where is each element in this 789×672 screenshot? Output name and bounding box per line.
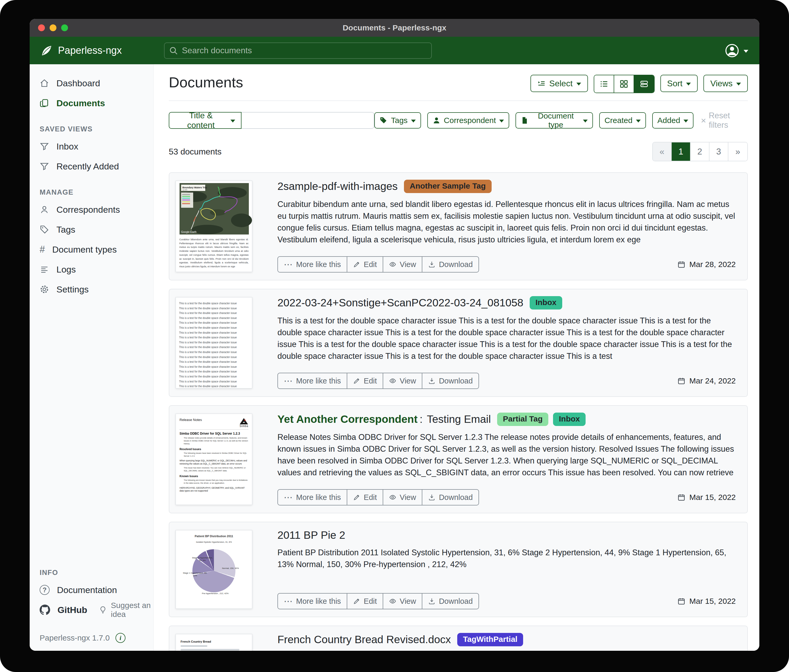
select-button[interactable]: Select	[530, 75, 588, 92]
correspondent-filter-button[interactable]: Correspondent	[427, 112, 509, 129]
page-header: Documents Select	[169, 74, 748, 101]
tag-badge[interactable]: Inbox	[553, 412, 586, 426]
correspondent-link[interactable]: Yet Another Correspondent	[278, 413, 418, 425]
pencil-icon	[353, 597, 360, 605]
layout: Dashboard Documents SAVED VIEWS Inbox	[30, 64, 759, 651]
download-button[interactable]: Download	[422, 490, 479, 505]
reset-filters-button[interactable]: × Reset filters	[701, 111, 748, 130]
sidebar-item-tags[interactable]: Tags	[30, 220, 153, 239]
sidebar-footer: INFO ? Documentation GitHub	[30, 557, 153, 651]
document-thumbnail[interactable]: Boundary Waters Trip via GPS	[176, 181, 252, 272]
download-button[interactable]: Download	[422, 594, 479, 609]
edit-button[interactable]: Edit	[347, 257, 383, 272]
download-button[interactable]: Download	[422, 257, 479, 272]
view-button[interactable]: View	[383, 490, 422, 505]
sidebar-item-document-types[interactable]: # Document types	[30, 239, 153, 260]
window-title: Documents - Paperless-ngx	[343, 23, 446, 32]
detail-view-button[interactable]	[634, 75, 654, 92]
thumbnail-text: Curabitur bibendum ante urna, sed blandi…	[176, 236, 252, 271]
sort-button[interactable]: Sort	[660, 75, 698, 92]
minimize-button[interactable]	[50, 24, 56, 31]
document-card: Patient BP Distribution 2011 Isolated Sy…	[169, 522, 748, 617]
zoom-button[interactable]	[61, 24, 68, 31]
sidebar-item-logs[interactable]: Logs	[30, 260, 153, 279]
close-icon: ×	[701, 116, 706, 125]
more-like-this-button[interactable]: ⋯ More like this	[278, 257, 347, 272]
tags-filter-button[interactable]: Tags	[374, 112, 421, 129]
info-header: INFO	[40, 568, 153, 577]
sidebar-item-label: Recently Added	[56, 161, 119, 172]
sidebar-item-settings[interactable]: Settings	[30, 279, 153, 299]
views-button[interactable]: Views	[703, 75, 748, 92]
eye-icon	[389, 494, 396, 501]
eye-icon	[389, 597, 396, 605]
document-list: Boundary Waters Trip via GPS	[169, 164, 748, 651]
download-button[interactable]: Download	[422, 373, 479, 389]
document-title[interactable]: 2sample-pdf-with-images	[278, 180, 398, 193]
document-thumbnail[interactable]: French Country Bread	[176, 634, 252, 651]
list-icon	[599, 80, 609, 88]
thumbnail-column: Patient BP Distribution 2011 Isolated Sy…	[169, 522, 266, 617]
tag-badge[interactable]: Another Sample Tag	[404, 180, 491, 193]
sidebar-item-github[interactable]: GitHub	[30, 600, 87, 620]
thumbnail-text: French Country Bread	[176, 634, 252, 651]
thumbnail-column: This is a test for the double space char…	[169, 289, 266, 397]
thumbnail-column: Release Notes Simba Simba ODBC Driver fo…	[169, 406, 266, 513]
user-menu[interactable]	[725, 43, 748, 58]
sidebar-item-documents[interactable]: Documents	[30, 93, 153, 113]
main-content: Documents Select	[153, 64, 759, 651]
close-button[interactable]	[38, 24, 45, 31]
search-field-selector[interactable]: Title & content	[169, 112, 241, 129]
suggest-idea-link[interactable]: Suggest an idea	[99, 601, 153, 619]
pagination-next[interactable]: »	[728, 142, 747, 161]
filter-text-input[interactable]	[241, 112, 375, 129]
sidebar-item-dashboard[interactable]: Dashboard	[30, 73, 153, 93]
document-title[interactable]: Testing Email	[427, 413, 491, 425]
chevron-down-icon	[636, 119, 641, 123]
created-filter-button[interactable]: Created	[599, 112, 646, 129]
date-label: Mar 28, 2022	[689, 260, 736, 269]
view-button[interactable]: View	[383, 373, 422, 389]
tag-badge[interactable]: Partial Tag	[497, 412, 548, 426]
sidebar-item-documentation[interactable]: ? Documentation	[30, 580, 153, 600]
view-button[interactable]: View	[383, 257, 422, 272]
edit-button[interactable]: Edit	[347, 594, 383, 609]
edit-button[interactable]: Edit	[347, 373, 383, 389]
manage-header: MANAGE	[40, 188, 153, 196]
edit-button[interactable]: Edit	[347, 490, 383, 505]
document-thumbnail[interactable]: Patient BP Distribution 2011 Isolated Sy…	[176, 530, 252, 609]
document-title[interactable]: 2022-03-24+Sonstige+ScanPC2022-03-24_081…	[278, 297, 523, 309]
grid-view-button[interactable]	[614, 75, 634, 92]
tag-badge[interactable]: TagWithPartial	[457, 633, 523, 646]
sort-label: Sort	[667, 79, 683, 88]
brand[interactable]: Paperless-ngx	[41, 45, 164, 57]
document-title[interactable]: French Country Bread Revised.docx	[278, 634, 451, 646]
search-input[interactable]	[164, 43, 432, 59]
document-thumbnail[interactable]: Release Notes Simba Simba ODBC Driver fo…	[176, 414, 252, 505]
more-like-this-button[interactable]: ⋯ More like this	[278, 490, 347, 505]
more-like-this-button[interactable]: ⋯ More like this	[278, 373, 347, 389]
document-card-body: 2022-03-24+Sonstige+ScanPC2022-03-24_081…	[266, 289, 747, 397]
pagination-prev[interactable]: «	[653, 142, 672, 161]
pagination-page-3[interactable]: 3	[709, 142, 728, 161]
view-button[interactable]: View	[383, 594, 422, 609]
document-type-filter-label: Document type	[532, 111, 580, 129]
info-icon[interactable]: i	[115, 633, 125, 643]
document-title[interactable]: 2011 BP Pie 2	[278, 529, 345, 541]
document-preview-text: Curabitur bibendum ante urna, sed blandi…	[278, 198, 736, 246]
sidebar-item-inbox[interactable]: Inbox	[30, 136, 153, 156]
thumbnail-column: Boundary Waters Trip via GPS	[169, 173, 266, 280]
files-icon	[40, 98, 49, 108]
document-thumbnail[interactable]: This is a test for the double space char…	[176, 297, 252, 389]
added-filter-button[interactable]: Added	[652, 112, 694, 129]
eye-icon	[389, 377, 396, 385]
sidebar-item-recently-added[interactable]: Recently Added	[30, 156, 153, 176]
pagination-page-1[interactable]: 1	[672, 142, 691, 161]
more-like-this-button[interactable]: ⋯ More like this	[278, 594, 347, 609]
document-card: Release Notes Simba Simba ODBC Driver fo…	[169, 405, 748, 513]
list-view-button[interactable]	[594, 75, 614, 92]
sidebar-item-correspondents[interactable]: Correspondents	[30, 200, 153, 220]
pagination-page-2[interactable]: 2	[691, 142, 709, 161]
document-type-filter-button[interactable]: Document type	[516, 112, 593, 129]
tag-badge[interactable]: Inbox	[530, 296, 562, 309]
